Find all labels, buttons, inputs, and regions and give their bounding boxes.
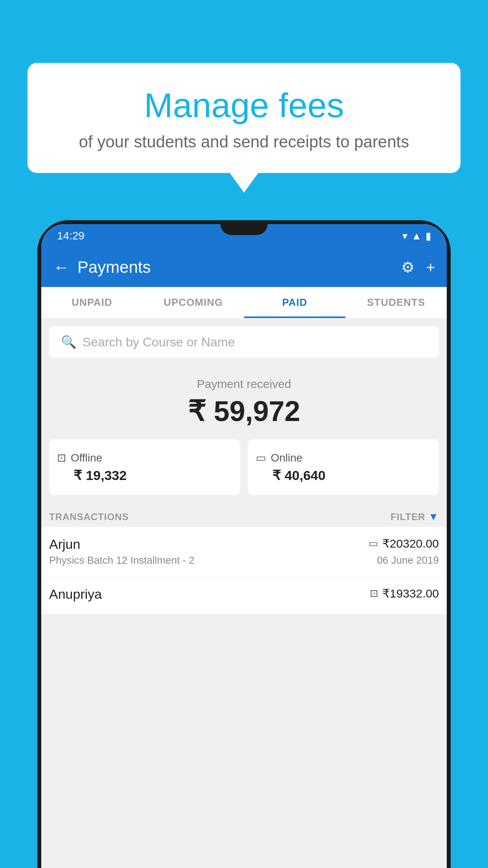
online-amount: ₹ 40,640 bbox=[256, 467, 431, 483]
transaction-top: Anupriya ⊡ ₹19332.00 bbox=[49, 587, 439, 602]
transaction-course: Physics Batch 12 Installment - 2 bbox=[49, 554, 194, 566]
transaction-name: Arjun bbox=[49, 537, 80, 552]
transaction-name: Anupriya bbox=[49, 587, 102, 602]
add-button[interactable]: + bbox=[426, 259, 435, 276]
app-bar-actions: ⚙ + bbox=[401, 259, 435, 276]
transaction-amount-wrapper: ▭ ₹20320.00 bbox=[369, 537, 439, 550]
online-card-header: ▭ Online bbox=[256, 451, 431, 464]
signal-icon: ▲ bbox=[411, 230, 422, 242]
payment-total-amount: ₹ 59,972 bbox=[49, 395, 439, 428]
online-icon: ▭ bbox=[256, 451, 266, 464]
wifi-icon: ▾ bbox=[402, 230, 407, 242]
online-payment-icon: ▭ bbox=[369, 537, 378, 550]
battery-icon: ▮ bbox=[426, 230, 431, 242]
search-placeholder-text: Search by Course or Name bbox=[83, 335, 235, 349]
offline-icon: ⊡ bbox=[57, 451, 66, 464]
phone-screen: 14:29 ▾ ▲ ▮ ← Payments ⚙ + UNPAID UPCOMI… bbox=[41, 224, 447, 868]
online-card: ▭ Online ₹ 40,640 bbox=[248, 440, 439, 495]
app-bar: ← Payments ⚙ + bbox=[41, 248, 447, 287]
transactions-label: TRANSACTIONS bbox=[49, 511, 129, 522]
search-bar[interactable]: 🔍 Search by Course or Name bbox=[49, 326, 439, 358]
filter-label: FILTER bbox=[391, 511, 425, 522]
bubble-title: Manage fees bbox=[47, 86, 441, 125]
transaction-amount: ₹19332.00 bbox=[382, 587, 439, 600]
speech-bubble: Manage fees of your students and send re… bbox=[28, 63, 460, 173]
notch bbox=[220, 224, 268, 235]
tab-students[interactable]: STUDENTS bbox=[345, 287, 447, 318]
page-title: Payments bbox=[77, 258, 401, 277]
transaction-date: 06 June 2019 bbox=[377, 554, 439, 566]
offline-label: Offline bbox=[71, 452, 102, 464]
transaction-item[interactable]: Anupriya ⊡ ₹19332.00 bbox=[41, 577, 447, 614]
search-icon: 🔍 bbox=[61, 335, 77, 349]
online-label: Online bbox=[271, 452, 303, 464]
offline-payment-icon: ⊡ bbox=[370, 587, 378, 600]
tab-bar: UNPAID UPCOMING PAID STUDENTS bbox=[41, 287, 447, 318]
transaction-item[interactable]: Arjun ▭ ₹20320.00 Physics Batch 12 Insta… bbox=[41, 527, 447, 577]
offline-card: ⊡ Offline ₹ 19,332 bbox=[49, 440, 240, 495]
transaction-top: Arjun ▭ ₹20320.00 bbox=[49, 537, 439, 552]
payment-received-label: Payment received bbox=[49, 377, 439, 391]
transactions-header: TRANSACTIONS FILTER ▼ bbox=[41, 503, 447, 527]
transaction-bottom: Physics Batch 12 Installment - 2 06 June… bbox=[49, 554, 439, 566]
offline-amount: ₹ 19,332 bbox=[57, 467, 232, 483]
transaction-amount-wrapper: ⊡ ₹19332.00 bbox=[370, 587, 439, 600]
back-button[interactable]: ← bbox=[53, 258, 70, 277]
bubble-subtitle: of your students and send receipts to pa… bbox=[47, 132, 441, 151]
payment-cards: ⊡ Offline ₹ 19,332 ▭ Online ₹ 40,640 bbox=[49, 440, 439, 495]
tab-unpaid[interactable]: UNPAID bbox=[41, 287, 143, 318]
filter-icon: ▼ bbox=[428, 511, 439, 523]
content-area: 🔍 Search by Course or Name Payment recei… bbox=[41, 318, 447, 868]
tab-upcoming[interactable]: UPCOMING bbox=[143, 287, 244, 318]
payment-summary: Payment received ₹ 59,972 ⊡ Offline ₹ 19… bbox=[41, 366, 447, 503]
status-bar: 14:29 ▾ ▲ ▮ bbox=[41, 224, 447, 248]
tab-paid[interactable]: PAID bbox=[244, 287, 345, 318]
status-icons: ▾ ▲ ▮ bbox=[402, 230, 431, 242]
transaction-amount: ₹20320.00 bbox=[382, 537, 439, 550]
offline-card-header: ⊡ Offline bbox=[57, 451, 232, 464]
settings-button[interactable]: ⚙ bbox=[401, 259, 415, 276]
status-time: 14:29 bbox=[57, 230, 84, 242]
filter-button[interactable]: FILTER ▼ bbox=[391, 511, 439, 523]
phone-device: 14:29 ▾ ▲ ▮ ← Payments ⚙ + UNPAID UPCOMI… bbox=[37, 220, 451, 868]
